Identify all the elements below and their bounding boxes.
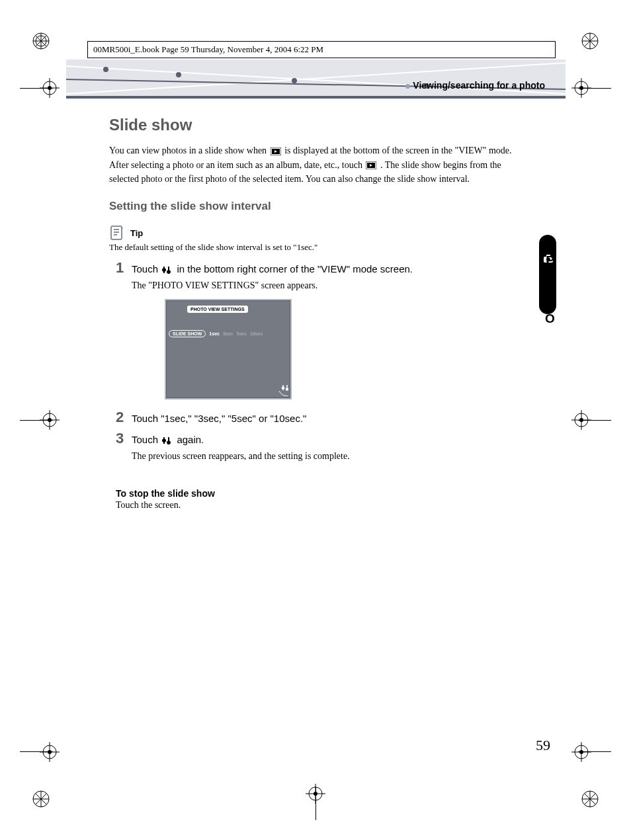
step-number: 1 <box>116 259 124 276</box>
interval-option: 10sec <box>250 331 263 336</box>
step-number: 2 <box>116 409 124 426</box>
trim-line <box>578 88 611 89</box>
interval-option: 1sec <box>209 331 220 336</box>
section-subtitle: Setting the slide show interval <box>109 200 532 213</box>
register-mark-icon <box>581 32 599 50</box>
trim-line <box>578 751 611 752</box>
tip-icon <box>109 225 125 241</box>
svg-point-44 <box>579 750 583 754</box>
svg-point-40 <box>48 750 52 754</box>
page-title: Slide show <box>109 116 532 134</box>
step-number: 3 <box>116 430 124 447</box>
settings-row-label: SLIDE SHOW <box>169 330 206 337</box>
tip-text: The default setting of the slide show in… <box>109 242 532 253</box>
side-tab-label: PHOTO <box>542 253 557 326</box>
svg-point-53 <box>103 67 108 72</box>
register-mark-icon <box>32 790 50 808</box>
settings-screen-illustration: PHOTO VIEW SETTINGS SLIDE SHOW 1sec 3sec… <box>165 299 292 399</box>
trim-line <box>578 420 611 421</box>
svg-rect-57 <box>66 96 566 99</box>
trim-line <box>20 420 53 421</box>
svg-point-55 <box>292 78 297 83</box>
page-header-frame: 00MR500i_E.book Page 59 Thursday, Novemb… <box>87 41 556 58</box>
interval-option: 3sec <box>223 331 233 336</box>
step-2: 2 Touch "1sec," "3sec," "5sec" or "10sec… <box>109 411 532 427</box>
tool-icon <box>162 265 173 274</box>
trim-line <box>20 88 53 89</box>
tool-icon <box>162 436 173 445</box>
play-box-icon <box>271 147 281 155</box>
step-3: 3 Touch again. The previous screen reapp… <box>109 433 532 463</box>
register-mark-icon <box>32 32 50 50</box>
page-number: 59 <box>536 737 550 754</box>
tip-label: Tip <box>130 228 143 238</box>
crosshair-icon <box>571 742 591 762</box>
svg-point-54 <box>176 72 181 77</box>
intro-paragraph: You can view photos in a slide show when… <box>109 144 532 187</box>
crosshair-icon <box>40 742 60 762</box>
tool-icon <box>275 384 288 396</box>
step-1: 1 Touch in the bottom right corner of th… <box>109 262 532 399</box>
trim-line <box>316 787 316 820</box>
stop-body: Touch the screen. <box>116 500 532 511</box>
play-box-icon <box>366 161 376 169</box>
stop-heading: To stop the slide show <box>116 488 532 499</box>
settings-screen-title: PHOTO VIEW SETTINGS <box>187 306 248 313</box>
trim-line <box>20 751 53 752</box>
interval-option: 5sec <box>237 331 247 336</box>
register-mark-icon <box>581 790 599 808</box>
section-breadcrumb: Viewing/searching for a photo <box>405 80 545 91</box>
